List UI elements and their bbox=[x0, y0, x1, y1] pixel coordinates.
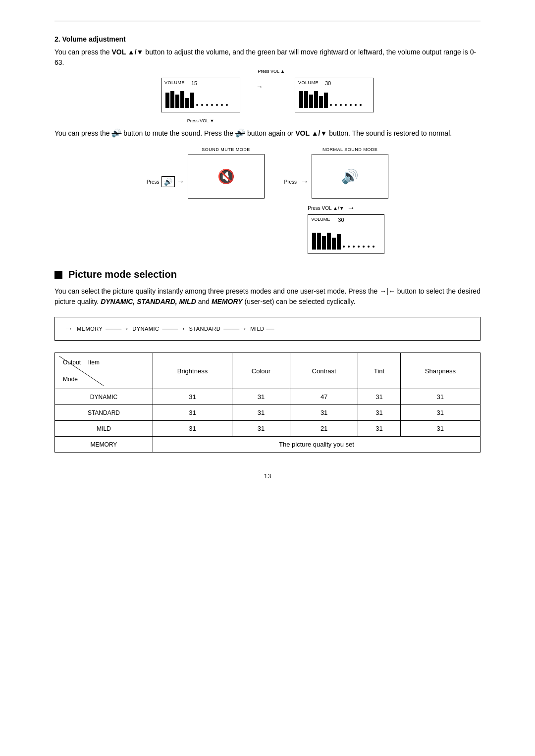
picture-body: You can select the picture quality insta… bbox=[54, 286, 481, 307]
press-vol-up-label: Press VOL ▲ bbox=[258, 69, 285, 74]
table-header-row: Item Output Mode Brightness Colour Contr… bbox=[55, 353, 481, 389]
cycle-end-line: — bbox=[267, 324, 274, 333]
mute-press-row: Press 🔊 → SOUND MUTE MODE 🔇 bbox=[147, 147, 265, 199]
mute-icon-left: 🔊 bbox=[161, 176, 175, 187]
section-title: 2. Volume adjustment bbox=[54, 35, 481, 43]
mute-body: You can press the 🔊 button to mute the s… bbox=[54, 127, 481, 139]
table-col-contrast: Contrast bbox=[290, 353, 358, 389]
vol-bars-restore bbox=[310, 233, 378, 252]
black-square-icon bbox=[54, 271, 62, 279]
picture-table: Item Output Mode Brightness Colour Contr… bbox=[54, 353, 481, 453]
arrow-to-volume: → bbox=[347, 203, 355, 212]
header-output-label: Output bbox=[63, 359, 81, 366]
mode-standard: STANDARD bbox=[55, 405, 153, 421]
vol-value-left: 15 bbox=[191, 80, 197, 86]
vol-restore-value: 30 bbox=[338, 217, 344, 223]
table-col-brightness: Brightness bbox=[153, 353, 232, 389]
mute-right-column: Press → NORMAL SOUND MODE 🔊 Press VOL ▲/… bbox=[284, 147, 389, 254]
table-row-mild: MILD 31 31 21 31 31 bbox=[55, 421, 481, 437]
top-border bbox=[54, 20, 481, 21]
press-label-right: Press bbox=[284, 179, 297, 185]
picture-title-text: Picture mode selection bbox=[68, 269, 177, 280]
cycle-start-arrow: → bbox=[65, 324, 73, 333]
vol-restore-label: VOLUME bbox=[311, 217, 330, 222]
press-vol-down-label: Press VOL ▼ bbox=[187, 118, 214, 123]
volume-section: 2. Volume adjustment You can press the V… bbox=[54, 35, 481, 254]
picture-section: Picture mode selection You can select th… bbox=[54, 269, 481, 453]
mute-left-column: Press 🔊 → SOUND MUTE MODE 🔇 bbox=[147, 147, 265, 199]
mild-brightness: 31 bbox=[153, 421, 232, 437]
cycle-standard: STANDARD bbox=[189, 326, 221, 332]
vol-bars-right bbox=[297, 91, 366, 110]
right-arrow-up: → bbox=[256, 83, 263, 91]
vol-bars-left bbox=[163, 91, 232, 110]
mild-contrast: 21 bbox=[290, 421, 358, 437]
mode-mild: MILD bbox=[55, 421, 153, 437]
header-item-label: Item bbox=[88, 359, 100, 366]
sound-mute-label: SOUND MUTE MODE bbox=[202, 147, 250, 152]
cycle-dynamic: DYNAMIC bbox=[132, 326, 159, 332]
cycle-arrow-2: ——→ bbox=[162, 324, 186, 333]
cycle-arrow-1: ——→ bbox=[106, 324, 129, 333]
press-mute-right: Press → bbox=[284, 177, 309, 186]
mute-mode-box: SOUND MUTE MODE 🔇 bbox=[188, 147, 265, 199]
picture-title: Picture mode selection bbox=[54, 269, 481, 280]
table-col-tint: Tint bbox=[358, 353, 400, 389]
standard-contrast: 31 bbox=[290, 405, 358, 421]
vol-label-left: VOLUME bbox=[164, 80, 185, 85]
dynamic-colour: 31 bbox=[232, 389, 290, 405]
volume-diagrams: VOLUME 15 bbox=[54, 78, 481, 112]
standard-colour: 31 bbox=[232, 405, 290, 421]
vol-diagram-right: VOLUME 30 bbox=[295, 78, 374, 112]
normal-sound-box: 🔊 bbox=[312, 154, 388, 199]
volume-body1: You can press the VOL ▲/▼ button to adju… bbox=[54, 47, 481, 68]
mute-diagrams: Press 🔊 → SOUND MUTE MODE 🔇 bbox=[54, 147, 481, 254]
header-mode-label: Mode bbox=[63, 376, 78, 383]
mild-sharpness: 31 bbox=[400, 421, 480, 437]
vol-value-right: 30 bbox=[325, 80, 331, 86]
dynamic-contrast: 47 bbox=[290, 389, 358, 405]
cycle-memory: MEMORY bbox=[77, 326, 103, 332]
mode-memory: MEMORY bbox=[55, 437, 153, 453]
diag-header: Item Output Mode bbox=[59, 356, 104, 386]
dynamic-tint: 31 bbox=[358, 389, 400, 405]
table-col-colour: Colour bbox=[232, 353, 290, 389]
normal-press-row: Press → NORMAL SOUND MODE 🔊 bbox=[284, 147, 389, 199]
table-row-standard: STANDARD 31 31 31 31 31 bbox=[55, 405, 481, 421]
table-header-diag: Item Output Mode bbox=[55, 353, 153, 389]
vol-diagram-left: VOLUME 15 bbox=[161, 78, 240, 112]
cycle-mild: MILD bbox=[250, 326, 264, 332]
unmute-icon-display: 🔊 bbox=[341, 168, 359, 185]
press-label-left: Press bbox=[147, 179, 160, 185]
mild-colour: 31 bbox=[232, 421, 290, 437]
arrow-to-normal: → bbox=[301, 177, 309, 186]
normal-mode-box: NORMAL SOUND MODE 🔊 bbox=[312, 147, 388, 199]
sound-mute-box: 🔇 bbox=[188, 154, 265, 199]
dynamic-sharpness: 31 bbox=[400, 389, 480, 405]
page-container: 2. Volume adjustment You can press the V… bbox=[54, 0, 481, 509]
arrow-to-mute: → bbox=[177, 177, 185, 186]
cycle-arrow-3: ——→ bbox=[223, 324, 247, 333]
mild-tint: 31 bbox=[358, 421, 400, 437]
vol-restore-box: VOLUME 30 bbox=[308, 214, 384, 254]
vol-display-right: VOLUME 30 bbox=[295, 78, 374, 112]
press-vol-updown-row: Press VOL ▲/▼ → bbox=[308, 203, 355, 212]
table-row-memory: MEMORY The picture quality you set bbox=[55, 437, 481, 453]
vol-restore-group: Press VOL ▲/▼ → VOLUME 30 bbox=[308, 203, 384, 254]
dynamic-brightness: 31 bbox=[153, 389, 232, 405]
press-mute-left: Press 🔊 → bbox=[147, 176, 185, 187]
cycle-diagram: → MEMORY ——→ DYNAMIC ——→ STANDARD ——→ MI… bbox=[54, 317, 481, 341]
press-vol-updown-label: Press VOL ▲/▼ bbox=[308, 205, 344, 211]
vol-display-left: VOLUME 15 bbox=[161, 78, 240, 112]
normal-sound-label: NORMAL SOUND MODE bbox=[322, 147, 377, 152]
table-row-dynamic: DYNAMIC 31 31 47 31 31 bbox=[55, 389, 481, 405]
table-col-sharpness: Sharpness bbox=[400, 353, 480, 389]
standard-tint: 31 bbox=[358, 405, 400, 421]
vol-box-left: VOLUME 15 bbox=[161, 78, 240, 112]
mode-dynamic: DYNAMIC bbox=[55, 389, 153, 405]
memory-note: The picture quality you set bbox=[153, 437, 480, 453]
vol-restore-box-wrapper: VOLUME 30 bbox=[308, 214, 384, 254]
standard-brightness: 31 bbox=[153, 405, 232, 421]
vol-label-right: VOLUME bbox=[298, 80, 319, 85]
page-number: 13 bbox=[54, 472, 481, 480]
